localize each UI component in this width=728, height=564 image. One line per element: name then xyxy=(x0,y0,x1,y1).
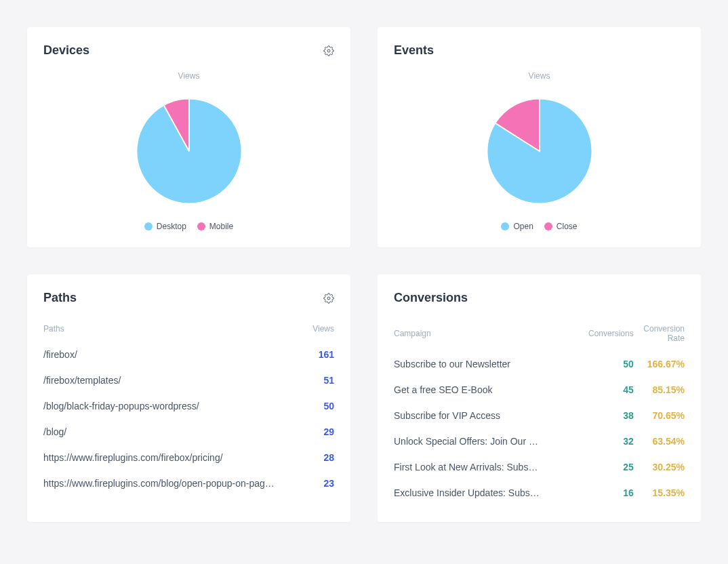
row-label: /firebox/templates/ xyxy=(43,367,305,393)
svg-point-1 xyxy=(327,297,330,300)
table-row[interactable]: Unlock Special Offers: Join Our …3263.54… xyxy=(394,428,685,454)
paths-col-b: Views xyxy=(305,319,334,342)
legend-label: Desktop xyxy=(157,222,186,231)
row-value: 23 xyxy=(305,470,334,496)
row-value: 28 xyxy=(305,445,334,470)
row-conversions: 16 xyxy=(588,480,634,506)
events-subtitle: Views xyxy=(394,71,685,81)
conversions-col-c: Conversion Rate xyxy=(634,319,685,351)
row-rate: 15.35% xyxy=(634,480,685,506)
row-value: 50 xyxy=(305,393,334,419)
row-rate: 63.54% xyxy=(634,428,685,454)
legend-desktop[interactable]: Desktop xyxy=(144,222,186,231)
paths-card: Paths Paths Views /firebox/161/firebox/t… xyxy=(27,275,350,522)
row-rate: 30.25% xyxy=(634,454,685,480)
row-conversions: 32 xyxy=(588,428,634,454)
row-rate: 85.15% xyxy=(634,377,685,403)
row-label: Subscribe for VIP Access xyxy=(394,403,588,428)
row-label: /blog/black-friday-popups-wordpress/ xyxy=(43,393,305,419)
paths-col-a: Paths xyxy=(43,319,305,342)
swatch-blue xyxy=(501,222,509,230)
legend-mobile[interactable]: Mobile xyxy=(197,222,233,231)
swatch-blue xyxy=(144,222,153,230)
conversions-card: Conversions Campaign Conversions Convers… xyxy=(378,275,701,522)
table-row[interactable]: https://www.fireplugins.com/firebox/pric… xyxy=(43,445,334,470)
row-conversions: 38 xyxy=(588,403,634,428)
conversions-col-b: Conversions xyxy=(588,319,634,351)
gear-icon[interactable] xyxy=(323,293,334,304)
row-label: https://www.fireplugins.com/blog/open-po… xyxy=(43,470,305,496)
row-label: /blog/ xyxy=(43,419,305,445)
events-title: Events xyxy=(394,43,434,58)
row-label: Exclusive Insider Updates: Subs… xyxy=(394,480,588,506)
conversions-col-a: Campaign xyxy=(394,319,588,351)
row-value: 51 xyxy=(305,367,334,393)
row-label: Unlock Special Offers: Join Our … xyxy=(394,428,588,454)
legend-label: Mobile xyxy=(209,222,233,231)
paths-title: Paths xyxy=(43,291,77,305)
swatch-pink xyxy=(197,222,205,230)
row-label: /firebox/ xyxy=(43,342,305,367)
table-row[interactable]: First Look at New Arrivals: Subs…2530.25… xyxy=(394,454,685,480)
row-label: https://www.fireplugins.com/firebox/pric… xyxy=(43,445,305,470)
gear-icon[interactable] xyxy=(323,45,334,56)
row-label: Get a free SEO E-Book xyxy=(394,377,588,403)
row-conversions: 45 xyxy=(588,377,634,403)
svg-point-0 xyxy=(327,49,330,52)
devices-title: Devices xyxy=(43,43,89,58)
conversions-title: Conversions xyxy=(394,291,468,305)
devices-subtitle: Views xyxy=(43,71,334,81)
row-rate: 70.65% xyxy=(634,403,685,428)
events-pie xyxy=(480,92,599,211)
legend-open[interactable]: Open xyxy=(501,222,533,231)
row-conversions: 50 xyxy=(588,351,634,377)
row-rate: 166.67% xyxy=(634,351,685,377)
devices-pie xyxy=(129,92,249,211)
devices-card: Devices Views Desktop Mobile xyxy=(27,27,350,247)
row-value: 161 xyxy=(305,342,334,367)
table-row[interactable]: https://www.fireplugins.com/blog/open-po… xyxy=(43,470,334,496)
legend-label: Open xyxy=(513,222,533,231)
row-label: Subscribe to our Newsletter xyxy=(394,351,588,377)
table-row[interactable]: /blog/29 xyxy=(43,419,334,445)
legend-close[interactable]: Close xyxy=(544,222,578,231)
table-row[interactable]: /blog/black-friday-popups-wordpress/50 xyxy=(43,393,334,419)
row-value: 29 xyxy=(305,419,334,445)
table-row[interactable]: Get a free SEO E-Book4585.15% xyxy=(394,377,685,403)
table-row[interactable]: /firebox/templates/51 xyxy=(43,367,334,393)
table-row[interactable]: Exclusive Insider Updates: Subs…1615.35% xyxy=(394,480,685,506)
swatch-pink xyxy=(544,222,552,230)
row-label: First Look at New Arrivals: Subs… xyxy=(394,454,588,480)
row-conversions: 25 xyxy=(588,454,634,480)
table-row[interactable]: Subscribe for VIP Access3870.65% xyxy=(394,403,685,428)
events-card: Events Views Open Close xyxy=(378,27,701,247)
legend-label: Close xyxy=(557,222,578,231)
table-row[interactable]: Subscribe to our Newsletter50166.67% xyxy=(394,351,685,377)
table-row[interactable]: /firebox/161 xyxy=(43,342,334,367)
